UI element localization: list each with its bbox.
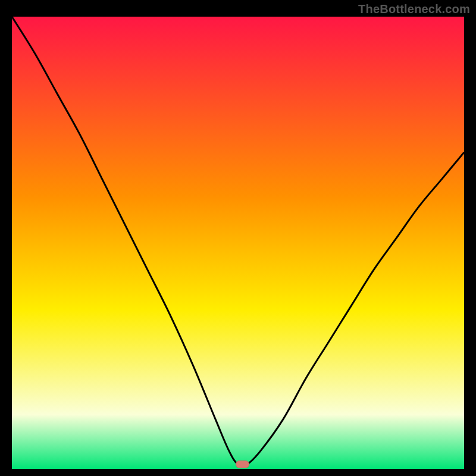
watermark-text: TheBottleneck.com: [358, 2, 470, 16]
min-marker: [236, 461, 249, 468]
bottleneck-plot: [12, 17, 464, 469]
plot-container: [12, 17, 464, 469]
chart-frame: TheBottleneck.com: [0, 0, 476, 476]
plot-background: [12, 17, 464, 469]
